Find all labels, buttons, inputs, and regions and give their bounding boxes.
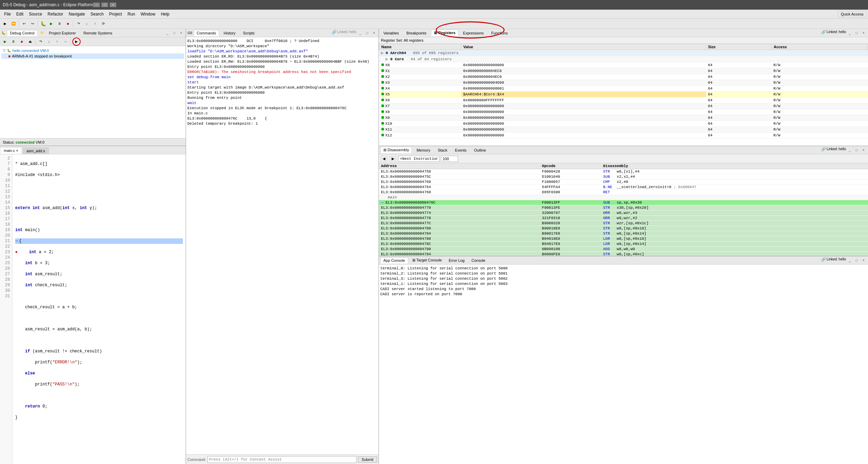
reg-row-x12[interactable]: X12 0x000000000000000064R/W [379, 133, 868, 138]
reg-row-x7[interactable]: X7 0x000000000000000064R/W [379, 103, 868, 109]
debug-tab-explorer[interactable]: Project Explorer [46, 30, 79, 36]
menu-edit[interactable]: Edit [13, 11, 26, 18]
events-tab[interactable]: Events [452, 147, 470, 153]
commands-minimize-icon[interactable]: _ [357, 30, 363, 36]
disasm-col-addr[interactable]: Address [379, 163, 540, 169]
scripts-tab[interactable]: Scripts [240, 30, 258, 36]
debug-disconnect-btn[interactable]: ⏏ [26, 38, 34, 45]
disasm-row-4758[interactable]: EL3:0x0000000080004758F9000428STR w0,[x1… [379, 169, 868, 174]
menu-project[interactable]: Project [106, 11, 125, 18]
reg-row-x3[interactable]: X3 0x0000000000004D9064R/W [379, 80, 868, 86]
disasm-row-477c[interactable]: EL3:0x000000008000477CB9000328STR wzr,[s… [379, 221, 868, 226]
reg-row-x11[interactable]: X11 0x000000000000000064R/W [379, 127, 868, 133]
disasm-row-4784[interactable]: EL3:0x0000000080004784B90017E8STR w8,[sp… [379, 231, 868, 236]
editor-tab-main[interactable]: main.c × [0, 147, 22, 154]
reg-row-x8[interactable]: X8 0x000000000000000064R/W [379, 109, 868, 115]
debug-tab-control[interactable]: Debug Control [7, 30, 38, 36]
debug-close-icon[interactable]: × [178, 30, 184, 36]
debug-step-out-btn[interactable]: ↑ [53, 38, 61, 45]
command-submit-button[interactable]: Submit [358, 456, 377, 463]
minimize-button[interactable]: − [93, 2, 100, 7]
variables-tab[interactable]: Variables [380, 30, 402, 36]
disasm-maximize-icon[interactable]: □ [854, 147, 860, 153]
reg-group-core[interactable]: ▷ ⊕ Core 64 of 64 registers [379, 56, 868, 62]
debug-step-over-btn[interactable]: ↷ [37, 38, 44, 45]
register-content[interactable]: Name Value Size Access ▷ ⊕ AArch64 695 o… [379, 44, 868, 146]
disasm-row-4790[interactable]: EL3:0x00000000800047900B090108ADD w8,w8,… [379, 247, 868, 252]
toolbar-btn-stop[interactable]: ■ [64, 20, 72, 28]
reg-row-x10[interactable]: X10 0x000000000000000064R/W [379, 121, 868, 127]
editor-tab-asm[interactable]: asm_add.s [23, 147, 49, 154]
reg-minimize-icon[interactable]: _ [847, 30, 853, 36]
menu-navigate[interactable]: Navigate [66, 11, 87, 18]
commands-close-icon[interactable]: × [371, 30, 377, 36]
menu-window[interactable]: Window [138, 11, 158, 18]
reg-maximize-icon[interactable]: □ [854, 30, 860, 36]
toolbar-btn-step-into[interactable]: ↓ [83, 20, 91, 28]
debug-stop-btn[interactable]: ■ [18, 38, 25, 45]
quick-access-button[interactable]: Quick Access [838, 11, 867, 17]
reg-row-x5[interactable]: X5 $AARCH64:$Core:$X464R/W [379, 92, 868, 97]
disasm-fwd-btn[interactable]: ▶ [389, 155, 397, 163]
menu-search[interactable]: Search [88, 11, 106, 18]
reg-close-icon[interactable]: × [860, 30, 867, 36]
disasm-row-4760[interactable]: EL3:0x0000000080004760F1000057CMP x2,#0 [379, 179, 868, 185]
close-button[interactable]: × [110, 2, 116, 7]
breakpoints-tab[interactable]: Breakpoints [403, 30, 430, 36]
disasm-row-4770[interactable]: EL3:0x0000000080004770F90013FESTR x30,[s… [379, 205, 868, 210]
toolbar-btn-2[interactable]: ⏪ [10, 20, 17, 28]
disasm-close-icon[interactable]: × [860, 147, 867, 153]
toolbar-btn-3[interactable]: ↩ [20, 20, 28, 28]
reg-col-size[interactable]: Size [706, 44, 771, 50]
reg-row-x9[interactable]: X9 0x000000000000000064R/W [379, 115, 868, 121]
debug-thread-item[interactable]: ■ ARMv8-A #1 stopped on breakpoint [1, 53, 184, 59]
toolbar-btn-1[interactable]: ▶ [1, 20, 9, 28]
code-area[interactable]: * asm_add.c[] #include <stdio.h> extern … [12, 154, 186, 464]
disasm-tab[interactable]: ⊞ Disassembly [380, 147, 412, 153]
reg-group-aarch64[interactable]: ▷ ⊕ AArch64 695 of 695 registers [379, 50, 868, 56]
console-minimize-icon[interactable]: _ [847, 257, 853, 264]
menu-run[interactable]: Run [125, 11, 138, 18]
menu-file[interactable]: File [1, 11, 13, 18]
target-console-tab[interactable]: ⊞ Target Console [410, 257, 445, 263]
debug-resume-btn[interactable]: ▶ [1, 38, 9, 45]
disasm-content[interactable]: Address Opcode Disassembly EL3:0x0000000… [379, 163, 868, 256]
memory-tab[interactable]: Memory [413, 147, 433, 153]
app-console-tab[interactable]: App Console [380, 257, 408, 264]
toolbar-btn-run[interactable]: ▶ [48, 20, 55, 28]
toolbar-btn-5[interactable]: ⟳ [100, 20, 107, 28]
history-tab[interactable]: History [220, 30, 238, 36]
disasm-row-4778[interactable]: EL3:0x0000000080004778321F0318ORR w9,wzr… [379, 216, 868, 221]
disasm-row-4780[interactable]: EL3:0x0000000080004780B90018E8STR w9,[sp… [379, 226, 868, 231]
toolbar-btn-step-out[interactable]: ↑ [91, 20, 99, 28]
functions-tab[interactable]: Functions [488, 30, 511, 36]
reg-row-x6[interactable]: X6 0x00000000FFFFFFFF64R/W [379, 97, 868, 103]
disasm-col-disasm[interactable]: Disassembly [601, 163, 868, 169]
disasm-minimize-icon[interactable]: _ [847, 147, 853, 153]
disasm-row-476c[interactable]: → EL3:0x000000008000476CF80013FFSUB sp,s… [379, 200, 868, 205]
error-log-tab[interactable]: Error Log [446, 258, 467, 263]
reg-row-x4[interactable]: X4 0x000000000000000164R/W [379, 86, 868, 92]
menu-refactor[interactable]: Refactor [45, 11, 66, 18]
command-input[interactable] [207, 456, 356, 463]
debug-maximize-icon[interactable]: □ [171, 30, 177, 36]
commands-tab[interactable]: Commands [194, 30, 219, 36]
maximize-button[interactable]: □ [101, 2, 108, 7]
disasm-row-4768[interactable]: EL3:0x0000000080004768D65F0300RET [379, 190, 868, 195]
stack-tab[interactable]: Stack [435, 147, 451, 153]
disasm-row-478c[interactable]: EL3:0x000000008000478CB94017E9LDR w9,[sp… [379, 241, 868, 247]
debug-suspend-btn[interactable]: ⏸ [10, 38, 17, 45]
reg-col-access[interactable]: Access [771, 44, 868, 50]
disasm-nav-input[interactable] [398, 156, 440, 162]
debug-tab-remote[interactable]: Remote Systems [80, 30, 115, 36]
toolbar-btn-step-over[interactable]: ↷ [75, 20, 82, 28]
expressions-tab[interactable]: Expressions [460, 30, 487, 36]
reg-row-x0[interactable]: X0 0x000000000000000064R/W [379, 62, 868, 68]
disasm-row-4794[interactable]: EL3:0x0000000080004794B9000FE8STR w8,[sp… [379, 252, 868, 256]
disasm-back-btn[interactable]: ◀ [380, 155, 388, 163]
outline-tab[interactable]: Outline [471, 147, 489, 153]
disasm-row-4764[interactable]: EL3:0x000000008000476454FFFFA4B.NE __sca… [379, 185, 868, 190]
reg-col-value[interactable]: Value [461, 44, 706, 50]
disasm-row-475c[interactable]: EL3:0x000000008000475CD1001040SUB x2,x2,… [379, 174, 868, 179]
toolbar-btn-suspend[interactable]: ⏸ [56, 20, 63, 28]
